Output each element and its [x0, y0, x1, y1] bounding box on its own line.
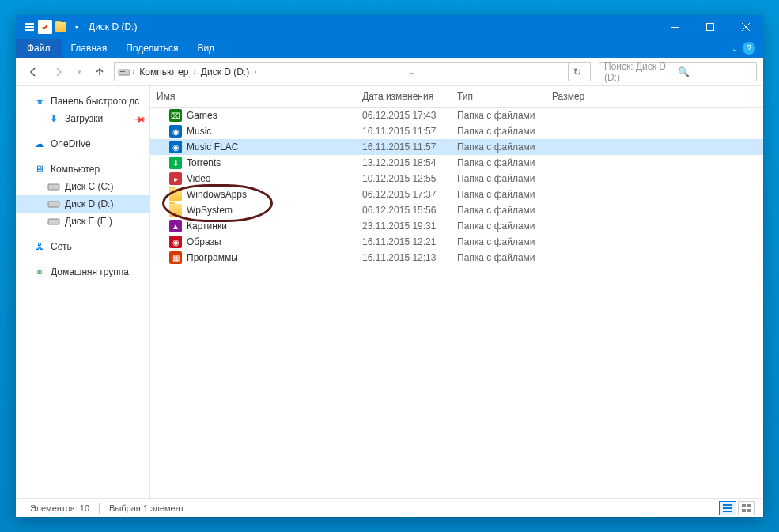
window-title: Диск D (D:): [84, 21, 137, 32]
search-box[interactable]: Поиск: Диск D (D:) 🔍: [599, 62, 757, 81]
svg-rect-13: [742, 504, 746, 507]
file-type: Папка с файлами: [451, 236, 546, 247]
file-row[interactable]: ▦Программы16.11.2015 12:13Папка с файлам…: [150, 250, 763, 266]
svg-rect-15: [742, 509, 746, 512]
svg-rect-4: [706, 24, 713, 31]
file-row[interactable]: ⬇Torrents13.12.2015 18:54Папка с файлами: [150, 155, 763, 171]
tab-share[interactable]: Поделиться: [116, 40, 187, 57]
file-row[interactable]: ◉Music16.11.2015 11:57Папка с файлами: [150, 123, 763, 139]
minimize-button[interactable]: [656, 15, 692, 39]
file-type: Папка с файлами: [451, 157, 546, 168]
nav-computer[interactable]: 🖥 Компьютер: [16, 160, 149, 178]
qa-dropdown-icon[interactable]: ▾: [70, 20, 84, 34]
maximize-button[interactable]: [692, 15, 728, 39]
address-bar[interactable]: › Компьютер › Диск D (D:) › ⌄ ↻: [114, 62, 591, 81]
system-menu-icon[interactable]: [22, 20, 36, 34]
nav-network[interactable]: 🖧 Сеть: [16, 238, 149, 255]
nav-label: OneDrive: [51, 138, 91, 149]
nav-drive-e[interactable]: Диск E (E:): [16, 213, 149, 230]
nav-quick-access[interactable]: ★ Панель быстрого дс: [16, 92, 149, 110]
music-icon: ◉: [169, 141, 182, 153]
chevron-right-icon[interactable]: ›: [193, 67, 195, 76]
nav-homegroup[interactable]: ⚭ Домашняя группа: [16, 263, 149, 281]
svg-rect-2: [25, 29, 34, 31]
music-icon: ◉: [169, 125, 182, 138]
drive-icon: [47, 215, 60, 228]
xbox-icon: ⌧: [169, 109, 182, 122]
back-button[interactable]: [22, 61, 44, 83]
header-type[interactable]: Тип: [451, 86, 546, 107]
svg-rect-8: [48, 202, 59, 207]
search-placeholder: Поиск: Диск D (D:): [604, 61, 678, 83]
svg-rect-5: [119, 70, 130, 75]
chevron-right-icon[interactable]: ›: [254, 67, 256, 76]
file-name: Картинки: [187, 221, 227, 232]
nav-label: Компьютер: [51, 164, 100, 175]
file-date: 06.12.2015 17:43: [356, 110, 451, 121]
svg-rect-11: [723, 507, 732, 509]
file-date: 13.12.2015 18:54: [356, 157, 451, 168]
up-button[interactable]: [89, 61, 111, 83]
ribbon-tabs: Файл Главная Поделиться Вид ⌄ ?: [16, 39, 763, 58]
header-name[interactable]: Имя: [150, 86, 356, 107]
chevron-right-icon[interactable]: ›: [132, 67, 134, 76]
file-row[interactable]: ▲Картинки23.11.2015 19:31Папка с файлами: [150, 218, 763, 234]
svg-rect-0: [25, 23, 34, 25]
ribbon-expand-icon[interactable]: ⌄: [732, 44, 738, 53]
file-date: 10.12.2015 12:55: [356, 173, 451, 184]
file-name: Образы: [187, 236, 221, 247]
crumb-drive-d[interactable]: Диск D (D:): [198, 66, 252, 77]
file-type: Папка с файлами: [451, 173, 546, 184]
search-icon[interactable]: 🔍: [678, 66, 751, 77]
file-date: 16.11.2015 11:57: [356, 126, 451, 137]
file-list: Имя Дата изменения Тип Размер ⌧Games06.1…: [150, 86, 763, 498]
file-name: WpSystem: [187, 205, 233, 216]
column-headers: Имя Дата изменения Тип Размер: [150, 86, 763, 108]
status-count: Элементов: 10: [24, 504, 96, 513]
view-icons-button[interactable]: [738, 501, 755, 515]
qa-newfolder-icon[interactable]: [54, 20, 68, 34]
drive-icon: [47, 198, 60, 210]
crumb-computer[interactable]: Компьютер: [136, 66, 191, 77]
nav-label: Домашняя группа: [51, 266, 129, 277]
close-button[interactable]: [728, 15, 763, 39]
file-row[interactable]: ⌧Games06.12.2015 17:43Папка с файлами: [150, 108, 763, 123]
address-dropdown[interactable]: ⌄: [403, 63, 422, 81]
nav-downloads[interactable]: ⬇ Загрузки 📌: [16, 110, 149, 127]
header-size[interactable]: Размер: [546, 86, 609, 107]
status-bar: Элементов: 10 Выбран 1 элемент: [16, 498, 763, 517]
tab-view[interactable]: Вид: [187, 40, 224, 57]
file-row[interactable]: WpSystem06.12.2015 15:56Папка с файлами: [150, 202, 763, 218]
forward-button[interactable]: [47, 61, 70, 83]
header-date[interactable]: Дата изменения: [356, 86, 451, 107]
nav-label: Загрузки: [65, 113, 103, 124]
nav-drive-d[interactable]: Диск D (D:): [16, 195, 149, 213]
file-type: Папка с файлами: [451, 221, 546, 232]
title-bar[interactable]: ▾ Диск D (D:): [16, 15, 763, 39]
file-date: 16.11.2015 12:21: [356, 236, 451, 247]
recent-locations-button[interactable]: ▾: [73, 61, 85, 83]
view-details-button[interactable]: [719, 501, 736, 515]
file-menu[interactable]: Файл: [16, 39, 62, 58]
file-type: Папка с файлами: [451, 126, 546, 137]
file-type: Папка с файлами: [451, 141, 546, 153]
drive-icon: [47, 180, 60, 193]
pin-icon[interactable]: 📌: [134, 112, 146, 125]
nav-drive-c[interactable]: Диск C (C:): [16, 178, 149, 195]
file-name: WindowsApps: [187, 189, 247, 200]
refresh-button[interactable]: ↻: [568, 63, 587, 81]
file-row[interactable]: ◉Music FLAC16.11.2015 11:57Папка с файла…: [150, 139, 763, 155]
qa-properties-icon[interactable]: [38, 20, 52, 34]
tab-home[interactable]: Главная: [62, 40, 117, 57]
file-row[interactable]: ◉Образы16.11.2015 12:21Папка с файлами: [150, 234, 763, 250]
file-row[interactable]: WindowsApps06.12.2015 17:37Папка с файла…: [150, 187, 763, 202]
svg-rect-14: [747, 504, 751, 507]
file-row[interactable]: ▸Video10.12.2015 12:55Папка с файлами: [150, 171, 763, 187]
nav-onedrive[interactable]: ☁ OneDrive: [16, 135, 149, 153]
torrent-icon: ⬇: [169, 157, 182, 169]
video-icon: ▸: [169, 172, 182, 185]
help-button[interactable]: ?: [743, 42, 755, 55]
nav-pane: ★ Панель быстрого дс ⬇ Загрузки 📌 ☁ OneD…: [16, 86, 150, 498]
file-date: 16.11.2015 11:57: [356, 141, 451, 153]
svg-rect-7: [48, 184, 59, 190]
